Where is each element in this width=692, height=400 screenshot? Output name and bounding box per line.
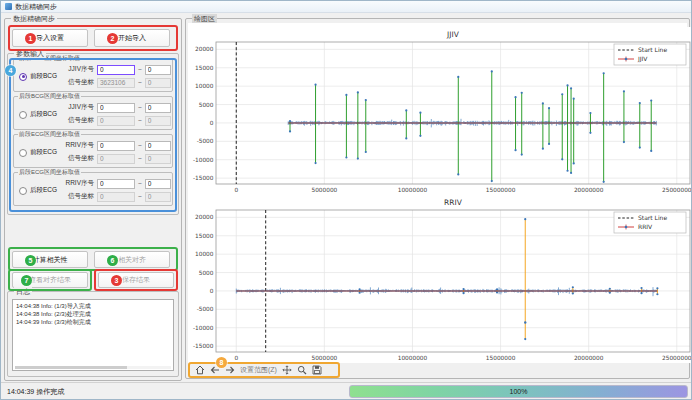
badge-6: 6	[107, 255, 118, 266]
svg-text:RRIV: RRIV	[638, 223, 653, 230]
radio-icon[interactable]	[19, 73, 27, 81]
signal-coord-from-input	[97, 192, 135, 202]
tilde-separator: ~	[138, 117, 142, 124]
rriv-index-to-input[interactable]	[145, 141, 171, 151]
home-icon[interactable]	[195, 365, 205, 375]
jjiv-index-label: JJIV序号	[64, 65, 94, 74]
front-bcg-radio-label: 前段BCG	[30, 72, 57, 81]
svg-text:10000: 10000	[195, 83, 214, 89]
tilde-separator: ~	[138, 66, 142, 73]
rriv-index-to-input[interactable]	[145, 179, 171, 189]
svg-text:5000: 5000	[199, 102, 214, 108]
front-bcg-radio[interactable]: 前段BCG	[19, 72, 57, 81]
app-window: 数据精确同步 数据精确同步 1 导入设置 2 开始导入 参数输入 4	[0, 0, 692, 400]
rear-ecg-radio[interactable]: 后段ECG	[19, 186, 57, 195]
calc-correlation-button[interactable]: 5 计算相关性	[12, 251, 88, 268]
save-result-label: 保存结果	[122, 275, 150, 285]
badge-3: 3	[111, 275, 122, 286]
svg-text:0: 0	[210, 288, 214, 294]
tilde-separator: ~	[138, 155, 142, 162]
svg-text:-10000: -10000	[193, 325, 214, 331]
view-align-result-label: 查看对齐结果	[29, 275, 71, 285]
tilde-separator: ~	[138, 142, 142, 149]
rear-bcg-radio[interactable]: 后段BCG	[19, 110, 57, 119]
svg-text:-5000: -5000	[197, 306, 214, 312]
plot-panel-group: 绘图区 050000001000000015000000200000002500…	[185, 18, 690, 379]
rriv-index-from-input[interactable]	[97, 141, 135, 151]
svg-text:20000000: 20000000	[574, 187, 604, 193]
log-list[interactable]: 14:04:38 Info: (1/3)导入完成 14:04:38 Info: …	[12, 299, 174, 371]
svg-text:JJIV: JJIV	[446, 30, 460, 39]
param-input-group: 参数输入 4 前段BCG区间坐标取值 前段BCG JJIV序号 ~	[7, 53, 179, 215]
signal-coord-from-input	[97, 154, 135, 164]
correlation-align-button[interactable]: 6 相关对齐	[94, 251, 170, 268]
jjiv-index-from-input[interactable]	[97, 103, 135, 113]
rriv-index-label: RRIV序号	[64, 141, 94, 150]
jjiv-index-from-input[interactable]	[97, 65, 135, 75]
rear-bcg-group: 后段BCG区间坐标取值 后段BCG JJIV序号 ~ 信号坐标	[13, 96, 173, 130]
log-group: 日志 14:04:38 Info: (1/3)导入完成 14:04:38 Inf…	[7, 291, 179, 377]
badge-4: 4	[5, 65, 16, 76]
start-import-label: 开始导入	[118, 33, 146, 43]
status-text: 14:04:39 操作完成	[7, 387, 64, 397]
rear-ecg-group-title: 后段ECG区间坐标取值	[18, 169, 81, 176]
left-panel-title: 数据精确同步	[11, 14, 57, 23]
pan-icon[interactable]	[282, 365, 292, 375]
signal-coord-to-input	[145, 154, 171, 164]
save-result-button[interactable]: 3 保存结果	[98, 272, 174, 288]
zoom-icon[interactable]	[297, 365, 307, 375]
signal-coord-to-input	[145, 192, 171, 202]
radio-icon[interactable]	[19, 111, 27, 119]
scrollbar-thumb[interactable]	[15, 366, 127, 369]
svg-text:10000000: 10000000	[398, 355, 428, 361]
main-area: 数据精确同步 1 导入设置 2 开始导入 参数输入 4 前段BCG区间坐标取值	[1, 13, 691, 382]
badge-5: 5	[25, 255, 36, 266]
jjiv-chart: 0500000010000000150000002000000025000000…	[188, 27, 692, 195]
rear-ecg-group: 后段ECG区间坐标取值 后段ECG RRIV序号 ~ 信号坐标	[13, 172, 173, 206]
forward-icon[interactable]	[225, 365, 235, 375]
save-icon[interactable]	[312, 365, 322, 375]
rear-bcg-group-title: 后段BCG区间坐标取值	[18, 93, 81, 100]
svg-text:20000: 20000	[195, 46, 214, 52]
app-icon	[5, 3, 12, 10]
svg-text:15000000: 15000000	[486, 187, 516, 193]
badge-7: 7	[21, 275, 32, 286]
svg-text:10000000: 10000000	[398, 187, 428, 193]
svg-text:0: 0	[234, 355, 238, 361]
set-range-button[interactable]: 设置范围(Z)	[240, 365, 277, 375]
jjiv-index-to-input[interactable]	[145, 103, 171, 113]
import-settings-button[interactable]: 1 导入设置	[12, 29, 88, 47]
svg-text:15000000: 15000000	[486, 355, 516, 361]
signal-coord-from-input	[97, 116, 135, 126]
front-ecg-radio-label: 前段ECG	[30, 148, 57, 157]
log-horizontal-scrollbar[interactable]	[15, 366, 171, 369]
svg-text:-10000: -10000	[193, 157, 214, 163]
badge-2: 2	[107, 33, 118, 44]
signal-coord-from-input	[97, 78, 135, 88]
signal-coord-label: 信号坐标	[64, 192, 94, 201]
radio-icon[interactable]	[19, 187, 27, 195]
tilde-separator: ~	[138, 79, 142, 86]
title-bar: 数据精确同步	[1, 1, 691, 13]
rriv-index-label: RRIV序号	[64, 179, 94, 188]
log-entry: 14:04:39 Info: (3/3)绘制完成	[16, 318, 170, 326]
svg-text:JJIV: JJIV	[637, 55, 648, 63]
plot-toolbar: 8 设置范围(Z)	[188, 362, 340, 378]
start-import-button[interactable]: 2 开始导入	[94, 29, 170, 47]
correlation-align-label: 相关对齐	[118, 255, 146, 265]
front-ecg-group: 前段ECG区间坐标取值 前段ECG RRIV序号 ~ 信号坐标	[13, 134, 173, 168]
svg-text:Start Line: Start Line	[638, 46, 667, 53]
signal-coord-to-input	[145, 116, 171, 126]
plot-panel-title: 绘图区	[192, 14, 217, 23]
rriv-index-from-input[interactable]	[97, 179, 135, 189]
view-align-result-button[interactable]: 7 查看对齐结果	[12, 272, 88, 288]
rriv-chart: 0500000010000000150000002000000025000000…	[188, 195, 692, 363]
jjiv-index-to-input[interactable]	[145, 65, 171, 75]
matplotlib-figure: 0500000010000000150000002000000025000000…	[188, 23, 687, 363]
log-group-title: 日志	[14, 287, 32, 296]
front-ecg-radio[interactable]: 前段ECG	[19, 148, 57, 157]
svg-text:RRIV: RRIV	[444, 198, 463, 207]
svg-text:20000000: 20000000	[574, 355, 604, 361]
radio-icon[interactable]	[19, 149, 27, 157]
window-title: 数据精确同步	[15, 2, 57, 12]
